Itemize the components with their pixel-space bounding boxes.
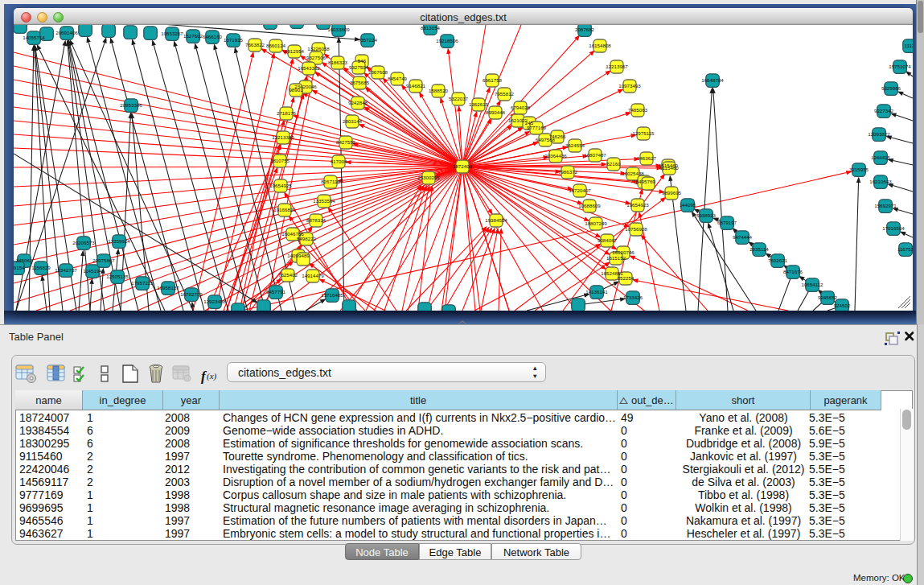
svg-text:252254: 252254 xyxy=(618,275,634,281)
svg-text:8660124: 8660124 xyxy=(266,43,286,48)
svg-text:5498222: 5498222 xyxy=(297,236,317,241)
svg-text:62160: 62160 xyxy=(606,161,621,167)
svg-text:14914479: 14914479 xyxy=(302,273,324,278)
svg-text:2087682: 2087682 xyxy=(575,27,595,32)
svg-text:20953346: 20953346 xyxy=(120,102,142,108)
svg-text:9329966: 9329966 xyxy=(881,85,901,91)
svg-text:12505135: 12505135 xyxy=(106,274,129,279)
svg-text:1733426: 1733426 xyxy=(623,295,643,300)
svg-text:1145194: 1145194 xyxy=(83,268,102,274)
svg-text:17016504: 17016504 xyxy=(882,225,905,231)
svg-text:12213967: 12213967 xyxy=(606,64,628,69)
svg-text:3624554: 3624554 xyxy=(565,142,585,148)
svg-text:19218506: 19218506 xyxy=(436,38,458,43)
svg-text:16648784: 16648784 xyxy=(701,77,724,83)
svg-text:1527602: 1527602 xyxy=(183,33,203,39)
svg-text:1156829: 1156829 xyxy=(31,265,51,270)
svg-text:1810755: 1810755 xyxy=(270,158,290,163)
svg-text:10807487: 10807487 xyxy=(584,152,606,158)
svg-text:15716485: 15716485 xyxy=(321,292,343,298)
svg-text:(x): (x) xyxy=(207,371,217,381)
svg-text:924502: 924502 xyxy=(834,303,851,308)
svg-text:15720407: 15720407 xyxy=(569,187,591,193)
svg-text:3215955: 3215955 xyxy=(849,167,869,172)
svg-text:12213389: 12213389 xyxy=(272,134,294,140)
svg-text:7357224: 7357224 xyxy=(358,37,378,43)
svg-text:8267110: 8267110 xyxy=(321,179,340,184)
svg-text:12342737: 12342737 xyxy=(55,267,77,273)
svg-text:746266: 746266 xyxy=(549,134,566,139)
svg-text:8813054: 8813054 xyxy=(421,25,441,31)
svg-text:15495769: 15495769 xyxy=(633,179,655,184)
svg-text:3675685: 3675685 xyxy=(350,80,370,85)
svg-text:20364436: 20364436 xyxy=(544,153,567,159)
svg-text:6466160: 6466160 xyxy=(203,34,223,39)
svg-text:9463627: 9463627 xyxy=(637,155,657,161)
svg-text:15751074: 15751074 xyxy=(889,64,911,69)
svg-text:9115460: 9115460 xyxy=(659,165,679,171)
svg-text:9084067: 9084067 xyxy=(598,237,618,243)
svg-text:5322037: 5322037 xyxy=(449,96,469,101)
svg-text:16154808: 16154808 xyxy=(589,43,611,48)
svg-text:10653267: 10653267 xyxy=(161,31,183,36)
svg-text:10958137: 10958137 xyxy=(157,285,179,290)
svg-text:5938923: 5938923 xyxy=(696,212,717,218)
svg-text:19654923: 19654923 xyxy=(626,202,649,208)
svg-text:25300295: 25300295 xyxy=(417,175,440,180)
svg-text:7632621: 7632621 xyxy=(768,257,788,263)
svg-text:16210643: 16210643 xyxy=(869,179,892,184)
svg-text:13353594: 13353594 xyxy=(313,198,335,204)
svg-text:6794028: 6794028 xyxy=(511,105,531,110)
svg-text:98901: 98901 xyxy=(289,87,303,93)
svg-text:14055714: 14055714 xyxy=(23,35,45,40)
svg-text:1615152: 1615152 xyxy=(606,255,626,261)
svg-text:7986372: 7986372 xyxy=(558,169,578,175)
svg-text:19166829: 19166829 xyxy=(273,207,296,212)
svg-text:17359924: 17359924 xyxy=(108,238,130,244)
svg-text:8427552: 8427552 xyxy=(336,139,356,145)
svg-text:39154: 39154 xyxy=(14,265,25,270)
svg-text:12923468: 12923468 xyxy=(203,299,226,304)
svg-text:15692971: 15692971 xyxy=(874,203,897,208)
svg-text:10025438: 10025438 xyxy=(622,171,644,176)
svg-text:2803144: 2803144 xyxy=(343,118,363,124)
svg-text:16782759: 16782759 xyxy=(180,291,203,297)
svg-text:2367608: 2367608 xyxy=(368,69,388,75)
svg-text:9227342: 9227342 xyxy=(874,108,894,113)
svg-text:9777169: 9777169 xyxy=(527,125,547,130)
svg-text:9245652: 9245652 xyxy=(818,295,838,300)
svg-text:2935114: 2935114 xyxy=(749,246,769,252)
svg-text:20975867: 20975867 xyxy=(92,257,115,263)
svg-text:116753: 116753 xyxy=(897,246,913,252)
svg-text:7955812: 7955812 xyxy=(495,91,515,97)
svg-text:1112: 1112 xyxy=(905,43,913,48)
svg-text:1244415: 1244415 xyxy=(871,154,891,160)
svg-text:14099489: 14099489 xyxy=(287,253,310,258)
svg-text:335061: 335061 xyxy=(16,257,33,263)
svg-text:6961758: 6961758 xyxy=(483,77,503,83)
svg-text:16033809: 16033809 xyxy=(327,27,350,32)
svg-text:16543382: 16543382 xyxy=(298,65,320,71)
svg-text:8454749: 8454749 xyxy=(388,76,408,81)
svg-text:10654112: 10654112 xyxy=(801,282,823,287)
svg-text:9146821: 9146821 xyxy=(406,83,426,89)
svg-text:7625402: 7625402 xyxy=(278,272,298,278)
svg-text:12975115: 12975115 xyxy=(632,130,655,136)
svg-text:2718176: 2718176 xyxy=(277,110,297,116)
svg-text:7485063: 7485063 xyxy=(628,107,648,113)
svg-text:19384554: 19384554 xyxy=(485,217,507,223)
svg-text:14136141: 14136141 xyxy=(585,289,608,295)
svg-text:8471676: 8471676 xyxy=(783,269,803,274)
svg-text:8878334: 8878334 xyxy=(306,217,326,223)
svg-text:8990448: 8990448 xyxy=(486,109,506,115)
svg-text:13226058: 13226058 xyxy=(307,46,330,51)
svg-text:18807249: 18807249 xyxy=(585,220,607,226)
svg-text:9474444: 9474444 xyxy=(733,234,753,240)
svg-text:20206573: 20206573 xyxy=(72,240,95,245)
svg-text:9457791: 9457791 xyxy=(266,289,286,295)
svg-text:17957225: 17957225 xyxy=(131,280,154,286)
svg-text:10756928: 10756928 xyxy=(625,226,647,232)
svg-text:9899695: 9899695 xyxy=(662,190,682,196)
svg-text:8912954: 8912954 xyxy=(285,48,305,54)
svg-text:10688609: 10688609 xyxy=(578,203,601,208)
